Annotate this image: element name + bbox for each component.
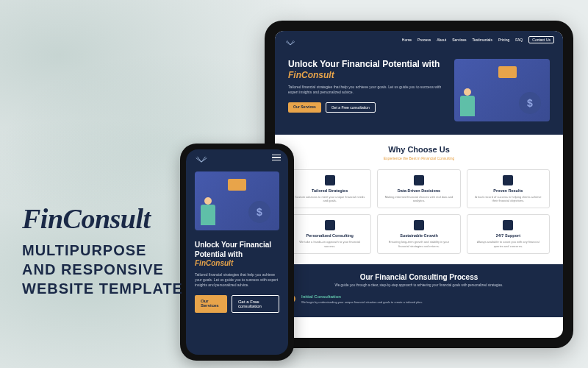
hero-buttons: Our Services Get a Free consultation bbox=[186, 288, 288, 320]
step-desc: We begin by understanding your unique fi… bbox=[301, 300, 423, 304]
hero-title-accent: FinConsult bbox=[288, 70, 334, 80]
tablet-screen: Home Process About Services Testimonials… bbox=[275, 31, 563, 338]
card-title: Data-Driven Decisions bbox=[383, 188, 454, 193]
hero-subtitle: Tailored financial strategies that help … bbox=[186, 269, 288, 288]
consulting-icon bbox=[325, 220, 335, 230]
tagline-line: WEBSITE TEMPLATE bbox=[22, 279, 183, 298]
card-desc: We take a hands-on approach to your fina… bbox=[294, 240, 365, 247]
consultation-button[interactable]: Get a Free consultation bbox=[232, 295, 279, 313]
card-icon bbox=[228, 179, 246, 191]
tablet-mockup: Home Process About Services Testimonials… bbox=[265, 21, 573, 348]
why-section: Why Choose Us Experience the Best in Fin… bbox=[275, 135, 563, 264]
logo-icon[interactable] bbox=[284, 36, 297, 43]
feature-card: 24/7 SupportAlways available to assist y… bbox=[467, 214, 550, 253]
hero-text: Unlock Your Financial Potential with Fin… bbox=[288, 59, 447, 121]
nav-item-process[interactable]: Process bbox=[417, 38, 431, 42]
hero-section: Unlock Your Financial Potential with Fin… bbox=[275, 49, 563, 135]
coin-icon: $ bbox=[248, 201, 270, 223]
data-icon bbox=[414, 175, 424, 185]
card-desc: Custom solutions to meet your unique fin… bbox=[294, 195, 365, 202]
nav-item-faq[interactable]: FAQ bbox=[515, 38, 523, 42]
feature-card: Tailored StrategiesCustom solutions to m… bbox=[288, 169, 371, 208]
navbar: Home Process About Services Testimonials… bbox=[275, 31, 563, 49]
tagline-line: MULTIPURPOSE bbox=[22, 241, 183, 260]
card-title: Proven Results bbox=[473, 188, 544, 193]
card-icon bbox=[498, 66, 517, 78]
feature-card: Sustainable GrowthEnsuring long-term gro… bbox=[377, 214, 460, 253]
services-button[interactable]: Our Services bbox=[195, 295, 227, 313]
logo-icon[interactable] bbox=[193, 153, 209, 162]
process-subtitle: We guide you through a clear, step-by-st… bbox=[288, 283, 550, 287]
process-section: Our Financial Consulting Process We guid… bbox=[275, 264, 563, 317]
results-icon bbox=[503, 175, 513, 185]
nav-item-home[interactable]: Home bbox=[402, 38, 412, 42]
contact-button[interactable]: Contact Us bbox=[528, 36, 554, 43]
card-title: Tailored Strategies bbox=[294, 188, 365, 193]
growth-icon bbox=[414, 220, 424, 230]
nav-item-pricing[interactable]: Pricing bbox=[498, 38, 509, 42]
why-subtitle: Experience the Best in Financial Consult… bbox=[288, 156, 550, 160]
card-desc: A track record of success in helping cli… bbox=[473, 195, 544, 202]
card-desc: Always available to assist you with any … bbox=[473, 240, 544, 247]
hero-title-accent: FinConsult bbox=[195, 259, 233, 267]
support-icon bbox=[503, 220, 513, 230]
hero-illustration: $ bbox=[454, 59, 550, 121]
feature-card: Data-Driven DecisionsMaking informed fin… bbox=[377, 169, 460, 208]
feature-cards: Tailored StrategiesCustom solutions to m… bbox=[288, 169, 550, 254]
services-button[interactable]: Our Services bbox=[288, 102, 321, 113]
why-title: Why Choose Us bbox=[288, 145, 550, 154]
consultation-button[interactable]: Get a Free consultation bbox=[326, 102, 376, 113]
card-title: 24/7 Support bbox=[473, 233, 544, 238]
feature-card: Proven ResultsA track record of success … bbox=[467, 169, 550, 208]
hero-title: Unlock Your Financial Potential with Fin… bbox=[288, 59, 447, 81]
brand-name: FinConsult bbox=[22, 202, 183, 235]
hero-title-prefix: Unlock Your Financial Potential with bbox=[288, 59, 440, 69]
tagline: MULTIPURPOSE AND RESPONSIVE WEBSITE TEMP… bbox=[22, 241, 183, 298]
hero-title-prefix: Unlock Your Financial Potential with bbox=[195, 241, 271, 258]
hero-buttons: Our Services Get a Free consultation bbox=[288, 102, 447, 113]
nav-menu: Home Process About Services Testimonials… bbox=[402, 36, 554, 43]
feature-card: Personalized ConsultingWe take a hands-o… bbox=[288, 214, 371, 253]
process-title: Our Financial Consulting Process bbox=[288, 273, 550, 281]
coin-icon: $ bbox=[519, 92, 541, 114]
card-title: Sustainable Growth bbox=[383, 233, 454, 238]
nav-item-testimonials[interactable]: Testimonials bbox=[472, 38, 492, 42]
person-icon bbox=[201, 197, 217, 227]
strategy-icon bbox=[325, 175, 335, 185]
hero-title: Unlock Your Financial Potential with Fin… bbox=[186, 236, 288, 269]
promo-block: FinConsult MULTIPURPOSE AND RESPONSIVE W… bbox=[22, 202, 183, 298]
hero-subtitle: Tailored financial strategies that help … bbox=[288, 85, 447, 95]
phone-navbar bbox=[186, 149, 288, 166]
person-icon bbox=[460, 88, 476, 118]
tagline-line: AND RESPONSIVE bbox=[22, 260, 183, 279]
hero-illustration: $ bbox=[195, 171, 279, 230]
phone-mockup: $ Unlock Your Financial Potential with F… bbox=[180, 144, 294, 361]
step-title: Initial Consultation bbox=[301, 294, 423, 299]
hamburger-icon[interactable] bbox=[272, 155, 281, 161]
phone-screen: $ Unlock Your Financial Potential with F… bbox=[186, 149, 288, 355]
card-desc: Making informed financial choices with r… bbox=[383, 195, 454, 202]
card-desc: Ensuring long-term growth and stability … bbox=[383, 240, 454, 247]
nav-item-services[interactable]: Services bbox=[452, 38, 466, 42]
nav-item-about[interactable]: About bbox=[437, 38, 446, 42]
card-title: Personalized Consulting bbox=[294, 233, 365, 238]
process-step: Initial Consultation We begin by underst… bbox=[288, 294, 550, 304]
